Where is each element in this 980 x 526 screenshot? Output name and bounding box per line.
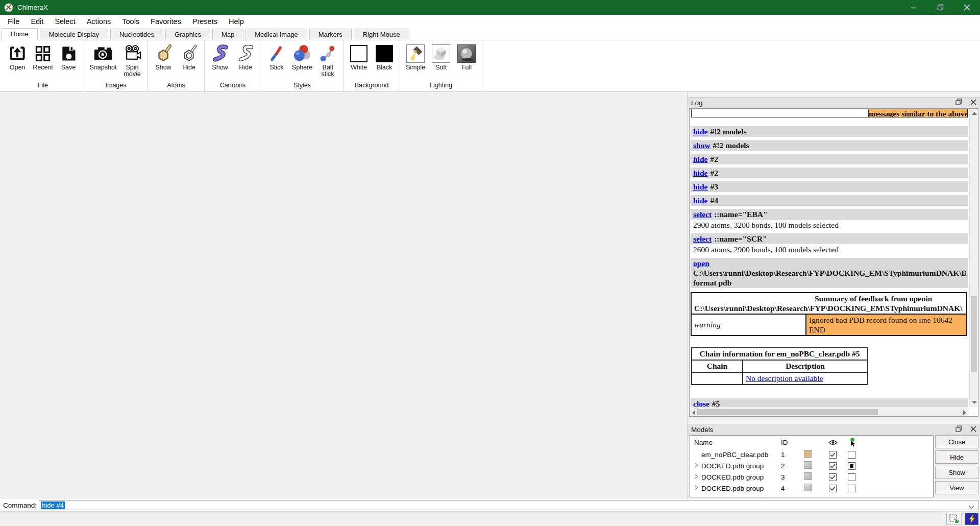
shown-checkbox[interactable]: [829, 473, 837, 481]
model-color-swatch[interactable]: [804, 461, 812, 469]
save-button[interactable]: Save: [56, 43, 81, 71]
chevron-down-icon[interactable]: [968, 503, 974, 511]
expand-chevron-icon[interactable]: [694, 485, 701, 492]
tab-home[interactable]: Home: [2, 28, 38, 40]
scroll-left-arrow-icon[interactable]: [692, 410, 695, 415]
atoms-hide-button[interactable]: Hide: [177, 43, 201, 71]
expand-chevron-icon[interactable]: [694, 462, 701, 469]
log-command-link[interactable]: hide: [693, 169, 707, 177]
log-command-row: hide#!2 models: [691, 126, 968, 137]
model-color-swatch[interactable]: [804, 484, 812, 491]
stick-style-button[interactable]: Stick: [264, 43, 289, 71]
column-header-name[interactable]: Name: [690, 439, 781, 446]
model-row[interactable]: DOCKED.pdb group 4: [690, 483, 933, 494]
open-button[interactable]: Open: [5, 43, 30, 71]
models-close-button[interactable]: Close: [935, 435, 978, 448]
cartoons-hide-button[interactable]: Hide: [233, 43, 258, 71]
log-command-link[interactable]: hide: [693, 196, 707, 205]
tab-nucleotides[interactable]: Nucleotides: [110, 29, 163, 40]
models-close-icon[interactable]: [970, 426, 976, 434]
model-row[interactable]: DOCKED.pdb group 2: [690, 460, 933, 471]
model-name[interactable]: DOCKED.pdb group: [701, 485, 764, 492]
shown-checkbox[interactable]: [829, 451, 837, 459]
model-name[interactable]: DOCKED.pdb group: [701, 473, 764, 481]
minimize-button[interactable]: [900, 0, 927, 15]
log-vscroll-thumb[interactable]: [971, 296, 977, 372]
shown-checkbox[interactable]: [829, 485, 837, 492]
selected-checkbox[interactable]: [848, 485, 855, 492]
fast-mode-lightning-icon[interactable]: [965, 513, 978, 525]
selected-checkbox[interactable]: [848, 451, 855, 459]
log-content: messages similar to the above omitted hi…: [689, 108, 978, 417]
tab-map[interactable]: Map: [212, 29, 243, 40]
scroll-up-arrow-icon[interactable]: [972, 112, 977, 115]
ball-stick-style-button[interactable]: Ball stick: [315, 43, 340, 78]
shown-checkbox[interactable]: [829, 462, 837, 470]
command-input[interactable]: hide #4: [39, 500, 978, 510]
log-float-icon[interactable]: [955, 99, 962, 107]
log-command-link[interactable]: open: [693, 259, 709, 268]
menu-edit[interactable]: Edit: [25, 16, 49, 27]
menu-select[interactable]: Select: [49, 16, 81, 27]
background-black-button[interactable]: Black: [372, 43, 397, 71]
log-command-link[interactable]: select: [693, 210, 712, 219]
tab-medical-image[interactable]: Medical Image: [246, 29, 307, 40]
log-command-link[interactable]: select: [693, 234, 712, 243]
spin-movie-button[interactable]: Spin movie: [120, 43, 144, 78]
log-command-link[interactable]: hide: [693, 127, 707, 136]
model-row[interactable]: em_noPBC_clear.pdb 1: [690, 449, 933, 460]
background-white-button[interactable]: White: [347, 43, 371, 71]
log-command-link[interactable]: hide: [693, 155, 707, 163]
sphere-style-button[interactable]: Sphere: [290, 43, 314, 71]
graphics-canvas[interactable]: [0, 92, 688, 499]
tab-right-mouse[interactable]: Right Mouse: [354, 29, 409, 40]
menu-actions[interactable]: Actions: [81, 16, 117, 27]
menu-file[interactable]: File: [2, 16, 25, 27]
log-vertical-scrollbar[interactable]: [969, 109, 978, 407]
model-color-swatch[interactable]: [804, 450, 812, 458]
log-command-link[interactable]: hide: [693, 182, 707, 191]
models-show-button[interactable]: Show: [935, 466, 978, 479]
tab-molecule-display[interactable]: Molecule Display: [40, 29, 108, 40]
models-view-button[interactable]: View: [935, 481, 978, 494]
models-float-icon[interactable]: [955, 425, 962, 434]
log-horizontal-scrollbar[interactable]: [690, 408, 969, 416]
recent-button[interactable]: Recent: [31, 43, 55, 71]
selected-checkbox[interactable]: [848, 473, 855, 481]
menu-tools[interactable]: Tools: [116, 16, 145, 27]
ribbon-tabbar: Home Molecule Display Nucleotides Graphi…: [0, 28, 980, 40]
models-hide-button[interactable]: Hide: [935, 450, 978, 464]
log-close-icon[interactable]: [970, 99, 976, 107]
lighting-full-button[interactable]: Full: [454, 43, 479, 71]
model-name[interactable]: DOCKED.pdb group: [701, 462, 764, 470]
scroll-down-arrow-icon[interactable]: [972, 401, 977, 404]
log-command-row: hide#2: [691, 154, 968, 164]
model-name[interactable]: em_noPBC_clear.pdb: [701, 451, 768, 459]
scroll-right-arrow-icon[interactable]: [963, 410, 966, 415]
column-header-id[interactable]: ID: [781, 439, 804, 446]
menu-presets[interactable]: Presets: [187, 16, 223, 27]
log-hscroll-thumb[interactable]: [697, 409, 878, 415]
model-row[interactable]: DOCKED.pdb group 3: [690, 471, 933, 483]
summary-path: C:\Users\runni\Desktop\Research\FYP\DOCK…: [692, 303, 966, 313]
statusbar: [0, 511, 980, 526]
restore-button[interactable]: [927, 0, 953, 15]
selection-mode-icon[interactable]: [946, 513, 962, 525]
snapshot-button[interactable]: Snapshot: [87, 43, 119, 71]
close-window-button[interactable]: [953, 0, 980, 15]
log-command-link[interactable]: close: [693, 399, 709, 407]
tab-graphics[interactable]: Graphics: [165, 29, 210, 40]
cartoons-show-button[interactable]: Show: [208, 43, 232, 71]
menu-help[interactable]: Help: [223, 16, 250, 27]
lighting-soft-button[interactable]: Soft: [429, 43, 453, 71]
atoms-show-button[interactable]: Show: [151, 43, 176, 71]
chain-info-table: Chain information for em_noPBC_clear.pdb…: [691, 347, 868, 385]
tab-markers[interactable]: Markers: [309, 29, 352, 40]
log-command-link[interactable]: show: [693, 141, 710, 150]
model-color-swatch[interactable]: [804, 472, 812, 480]
lighting-simple-button[interactable]: Simple: [403, 43, 428, 71]
no-description-link[interactable]: No description available: [746, 374, 823, 382]
expand-chevron-icon[interactable]: [694, 473, 701, 481]
menu-favorites[interactable]: Favorites: [145, 16, 187, 27]
selected-checkbox-partial[interactable]: [848, 462, 855, 470]
